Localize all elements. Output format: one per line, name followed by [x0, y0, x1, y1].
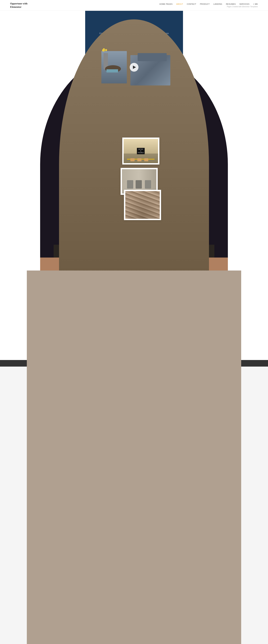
office-img-display-1: BETTERISPOSSIBLE — [124, 139, 158, 163]
nav-about[interactable]: ABOUT — [176, 3, 183, 5]
site-logo: Opportune with Elementor — [10, 2, 28, 8]
office-image-3 — [124, 190, 161, 220]
play-button[interactable] — [130, 63, 138, 72]
nav-landing[interactable]: LANDING — [213, 3, 222, 5]
nav-resumes[interactable]: RESUMES — [226, 3, 236, 5]
nav-services[interactable]: SERVICES — [239, 3, 249, 5]
nav-contact[interactable]: CONTACT — [187, 3, 196, 5]
office-img-display-3 — [125, 191, 160, 219]
page-content: About Us Cras vulputate feugiat interdum… — [0, 11, 268, 360]
team-section: Come meet us more closely Cras vulputate… — [85, 249, 183, 314]
main-nav: HOME PAGES ABOUT CONTACT PRODUCT LANDING… — [159, 3, 258, 5]
office-image-1: BETTERISPOSSIBLE — [122, 138, 159, 164]
nav-home-pages[interactable]: HOME PAGES — [159, 3, 173, 5]
nav-me[interactable]: > ME — [253, 3, 258, 5]
nav-area: HOME PAGES ABOUT CONTACT PRODUCT LANDING… — [159, 3, 258, 8]
site-header: Opportune with Elementor HOME PAGES ABOU… — [0, 0, 268, 11]
nav-subtitle: Pages Created with Elementor Templates — [227, 6, 258, 8]
nav-product[interactable]: PRODUCT — [200, 3, 210, 5]
member-photo-4 — [160, 279, 179, 298]
team-member-4: David Louis — [160, 279, 179, 302]
team-grid: Emma Louise John Frieda — [99, 279, 169, 302]
